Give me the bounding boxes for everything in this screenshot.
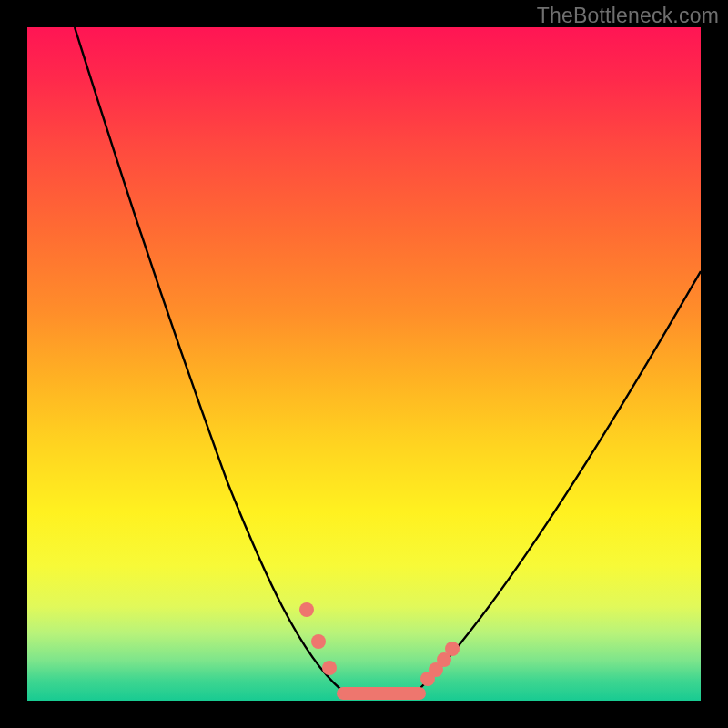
bottleneck-curve <box>27 27 701 701</box>
curve-left-branch <box>75 27 341 690</box>
plot-area <box>27 27 701 701</box>
watermark-text: TheBottleneck.com <box>537 4 719 28</box>
marker-dot <box>311 634 326 649</box>
marker-dot <box>299 602 314 617</box>
chart-frame: TheBottleneck.com <box>0 0 728 728</box>
marker-dot <box>322 661 337 675</box>
curve-right-branch <box>420 271 701 688</box>
marker-dot <box>445 642 460 656</box>
valley-bar <box>337 687 426 700</box>
